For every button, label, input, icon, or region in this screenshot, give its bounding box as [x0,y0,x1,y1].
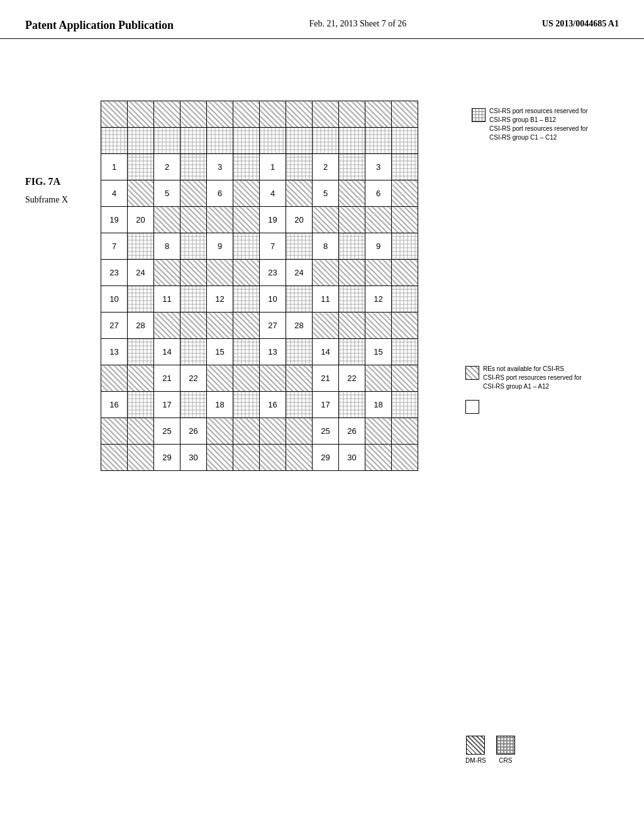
grid-cell [286,101,313,128]
grid-cell: 13 [260,339,286,365]
grid-cell [260,365,286,392]
table-row: 21 22 21 22 [101,365,418,392]
grid-cell [128,418,154,445]
grid-cell: 6 [207,180,233,207]
header-date-sheet: Feb. 21, 2013 Sheet 7 of 26 [309,19,407,29]
dm-rs-legend: DM-RS [465,736,486,764]
grid-cell: 12 [207,286,233,313]
legend-icon-crosshatch [472,108,486,122]
grid-cell: 20 [286,207,313,233]
grid-cell [128,180,154,207]
grid-cell [207,418,233,445]
legend-area-bottom: REs not available for CSI-RS CSI-RS port… [465,365,629,421]
grid-cell [313,128,339,154]
grid-cell: 4 [260,180,286,207]
grid-cell [365,101,392,128]
grid-cell [365,365,392,392]
grid-cell: 9 [207,233,233,260]
grid-cell: 2 [154,154,180,180]
grid-cell [233,233,260,260]
grid-cell [365,207,392,233]
grid-cell [101,365,128,392]
grid-cell [233,207,260,233]
grid-cell [392,418,418,445]
grid-cell: 26 [339,418,365,445]
grid-cell [207,128,233,154]
grid-cell: 22 [180,365,207,392]
legend-item-top-1: CSI-RS port resources reserved for CSI-R… [472,107,635,142]
grid-cell [260,445,286,471]
grid-cell [101,128,128,154]
grid-cell [128,286,154,313]
grid-cell [180,180,207,207]
grid-cell [313,313,339,339]
grid-cell: 29 [313,445,339,471]
table-row: 13 14 15 13 14 15 [101,339,418,365]
header-patent-number: US 2013/0044685 A1 [542,19,619,29]
grid-cell [207,313,233,339]
grid-cell [233,260,260,286]
grid-cell [392,445,418,471]
grid-cell: 7 [101,233,128,260]
grid-cell [154,260,180,286]
grid-cell [260,128,286,154]
grid-cell: 18 [207,392,233,418]
grid-cell: 5 [313,180,339,207]
grid-cell [339,313,365,339]
grid-cell: 26 [180,418,207,445]
grid-cell [128,233,154,260]
grid-cell: 23 [260,260,286,286]
grid-cell [128,101,154,128]
grid-cell [101,418,128,445]
legend-item-2 [465,399,629,414]
dm-rs-icon [466,736,485,755]
grid-cell: 7 [260,233,286,260]
grid-cell: 14 [154,339,180,365]
grid-cell [392,154,418,180]
grid-cell: 24 [128,260,154,286]
grid-cell [392,339,418,365]
grid-cell [260,418,286,445]
grid-cell: 23 [101,260,128,286]
table-row: 16 17 18 16 17 18 [101,392,418,418]
grid-cell [260,101,286,128]
grid-cell: 15 [207,339,233,365]
grid-cell [286,128,313,154]
grid-cell [392,313,418,339]
grid-cell [180,128,207,154]
grid-cell [392,101,418,128]
grid-cell: 19 [260,207,286,233]
grid-cell: 8 [313,233,339,260]
grid-cell: 12 [365,286,392,313]
grid-cell [128,154,154,180]
grid-cell [286,180,313,207]
table-row: 19 20 19 20 [101,207,418,233]
grid-cell [154,313,180,339]
grid-cell [207,445,233,471]
grid-cell [339,286,365,313]
main-grid: 1 2 3 1 2 3 4 5 6 4 5 6 [101,101,418,471]
subframe-label: Subframe X [25,195,68,205]
grid-cell [233,418,260,445]
grid-cell: 17 [313,392,339,418]
grid-cell: 9 [365,233,392,260]
table-row: 1 2 3 1 2 3 [101,154,418,180]
grid-cell [339,339,365,365]
grid-cell: 13 [101,339,128,365]
grid-cell [233,313,260,339]
grid-cell [128,365,154,392]
grid-cell [392,286,418,313]
dm-rs-label: DM-RS [465,757,486,764]
grid-cell [207,260,233,286]
grid-cell [207,207,233,233]
grid-cell: 30 [339,445,365,471]
grid-cell [313,207,339,233]
table-row [101,128,418,154]
grid-cell [286,286,313,313]
grid-cell: 28 [128,313,154,339]
bottom-legend: DM-RS CRS [465,736,515,764]
grid-cell [365,445,392,471]
grid-cell [233,392,260,418]
grid-cell [392,180,418,207]
grid-cell [339,207,365,233]
